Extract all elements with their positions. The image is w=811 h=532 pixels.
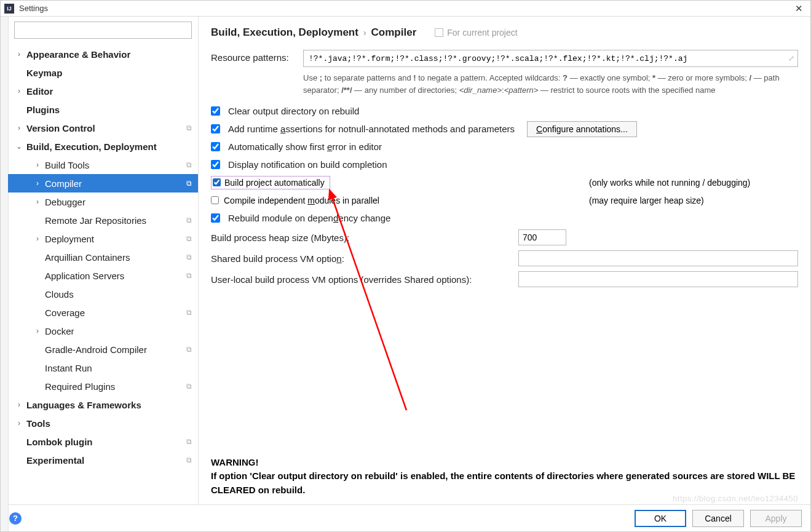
project-scope-icon: ⧉ — [186, 253, 192, 261]
project-scope-icon: ⧉ — [186, 271, 192, 280]
tree-item-experimental[interactable]: Experimental⧉ — [8, 451, 198, 469]
app-icon: IJ — [4, 4, 14, 14]
tree-item-label: Compiler — [45, 178, 82, 189]
scope-icon — [435, 28, 443, 37]
tree-item-deployment[interactable]: ›Deployment⧉ — [8, 229, 198, 248]
search-input[interactable] — [14, 22, 192, 39]
tree-item-languages-frameworks[interactable]: ›Languages & Frameworks — [8, 395, 198, 414]
project-scope-icon: ⧉ — [186, 345, 192, 354]
add-runtime-assertions-checkbox[interactable] — [211, 124, 220, 133]
tree-item-plugins[interactable]: Plugins — [8, 100, 198, 119]
help-icon[interactable]: ? — [9, 512, 22, 525]
build-automatically-label: Build project automatically — [224, 178, 325, 188]
breadcrumb-current: Compiler — [371, 26, 417, 39]
tree-item-label: Debugger — [45, 197, 85, 207]
chevron-icon: › — [15, 419, 23, 427]
window-title: Settings — [19, 4, 48, 13]
resource-patterns-input[interactable] — [303, 50, 798, 67]
tree-item-label: Docker — [45, 326, 74, 336]
chevron-icon: › — [34, 327, 41, 335]
close-icon[interactable]: ✕ — [791, 3, 807, 14]
resource-patterns-help: Use ; to separate patterns and ! to nega… — [303, 72, 798, 96]
tree-item-compiler[interactable]: ›Compiler⧉ — [8, 174, 198, 193]
tree-item-gradle-android-compiler[interactable]: Gradle-Android Compiler⧉ — [8, 340, 198, 359]
chevron-icon: › — [15, 50, 23, 58]
cancel-button[interactable]: Cancel — [692, 510, 744, 527]
ok-button[interactable]: OK — [635, 510, 686, 527]
build-auto-highlight: Build project automatically — [211, 176, 330, 189]
tree-item-coverage[interactable]: Coverage⧉ — [8, 303, 198, 322]
tree-item-instant-run[interactable]: Instant Run — [8, 359, 198, 377]
shared-vm-input[interactable] — [518, 250, 798, 266]
tree-item-docker[interactable]: ›Docker — [8, 322, 198, 340]
user-vm-input[interactable] — [518, 271, 798, 287]
chevron-icon: › — [34, 179, 41, 188]
settings-tree[interactable]: ›Appearance & BehaviorKeymap›EditorPlugi… — [8, 42, 198, 504]
tree-item-label: Keymap — [26, 68, 62, 78]
rebuild-dependency-label: Rebuild module on dependency change — [228, 213, 390, 223]
expand-icon[interactable]: ⤢ — [788, 54, 794, 63]
chevron-icon: › — [15, 400, 23, 409]
tree-item-remote-jar-repositories[interactable]: Remote Jar Repositories⧉ — [8, 211, 198, 229]
tree-item-tools[interactable]: ›Tools — [8, 414, 198, 432]
tree-item-label: Required Plugins — [45, 381, 115, 392]
heap-size-label: Build process heap size (Mbytes): — [211, 232, 512, 243]
clear-output-checkbox[interactable] — [211, 106, 220, 116]
configure-annotations-button[interactable]: Configure annotations... — [527, 121, 637, 137]
warning-title: WARNING! — [211, 456, 798, 470]
compile-parallel-checkbox[interactable] — [211, 196, 219, 204]
chevron-icon: › — [15, 124, 23, 132]
tree-item-label: Deployment — [45, 234, 94, 244]
tree-item-build-execution-deployment[interactable]: ⌄Build, Execution, Deployment — [8, 137, 198, 156]
project-scope-icon: ⧉ — [186, 216, 192, 224]
tree-item-label: Application Servers — [45, 271, 124, 281]
tree-item-label: Lombok plugin — [26, 437, 92, 447]
user-vm-label: User-local build process VM options (ove… — [211, 274, 512, 285]
warning-body: If option 'Clear output directory on reb… — [211, 469, 798, 497]
clear-output-label: Clear output directory on rebuild — [228, 106, 359, 116]
tree-item-editor[interactable]: ›Editor — [8, 82, 198, 100]
tree-item-label: Tools — [26, 418, 50, 429]
tree-item-lombok-plugin[interactable]: Lombok plugin⧉ — [8, 432, 198, 451]
display-notification-checkbox[interactable] — [211, 160, 220, 169]
tree-item-application-servers[interactable]: Application Servers⧉ — [8, 266, 198, 285]
tree-item-keymap[interactable]: Keymap — [8, 63, 198, 82]
tree-item-label: Experimental — [26, 455, 84, 466]
project-scope-icon: ⧉ — [186, 234, 192, 243]
tree-item-required-plugins[interactable]: Required Plugins⧉ — [8, 377, 198, 395]
tree-item-label: Arquillian Containers — [45, 252, 130, 263]
tree-item-label: Plugins — [26, 105, 60, 115]
add-runtime-assertions-label: Add runtime assertions for notnull-annot… — [228, 124, 515, 134]
project-scope-icon: ⧉ — [186, 456, 192, 464]
heap-size-input[interactable] — [518, 229, 566, 245]
warning-block: WARNING! If option 'Clear output directo… — [211, 452, 798, 505]
chevron-icon: › — [34, 161, 41, 169]
tree-item-version-control[interactable]: ›Version Control⧉ — [8, 119, 198, 137]
tree-item-debugger[interactable]: ›Debugger — [8, 193, 198, 211]
project-scope-icon: ⧉ — [186, 308, 192, 317]
tree-item-build-tools[interactable]: ›Build Tools⧉ — [8, 156, 198, 174]
rebuild-dependency-checkbox[interactable] — [211, 213, 220, 223]
tree-item-clouds[interactable]: Clouds — [8, 285, 198, 303]
build-automatically-checkbox[interactable] — [213, 178, 221, 186]
apply-button[interactable]: Apply — [750, 510, 802, 527]
dialog-footer: ? OK Cancel Apply — [1, 504, 810, 531]
breadcrumb-parent[interactable]: Build, Execution, Deployment — [211, 26, 358, 39]
titlebar: IJ Settings ✕ — [1, 1, 810, 17]
tree-item-arquillian-containers[interactable]: Arquillian Containers⧉ — [8, 248, 198, 266]
tree-item-label: Clouds — [45, 289, 74, 300]
tree-item-appearance-behavior[interactable]: ›Appearance & Behavior — [8, 45, 198, 63]
project-scope-icon: ⧉ — [186, 124, 192, 132]
resource-patterns-label: Resource patterns: — [211, 50, 303, 63]
project-scope-icon: ⧉ — [186, 382, 192, 391]
tree-item-label: Build, Execution, Deployment — [26, 141, 157, 152]
project-scope-icon: ⧉ — [186, 179, 192, 188]
auto-show-error-checkbox[interactable] — [211, 142, 220, 151]
scope-label: For current project — [447, 28, 517, 38]
chevron-icon: ⌄ — [15, 142, 23, 151]
tree-item-label: Gradle-Android Compiler — [45, 344, 147, 355]
tree-item-label: Appearance & Behavior — [26, 49, 130, 60]
tree-item-label: Coverage — [45, 308, 85, 318]
project-scope-icon: ⧉ — [186, 161, 192, 169]
tree-item-label: Languages & Frameworks — [26, 400, 141, 410]
